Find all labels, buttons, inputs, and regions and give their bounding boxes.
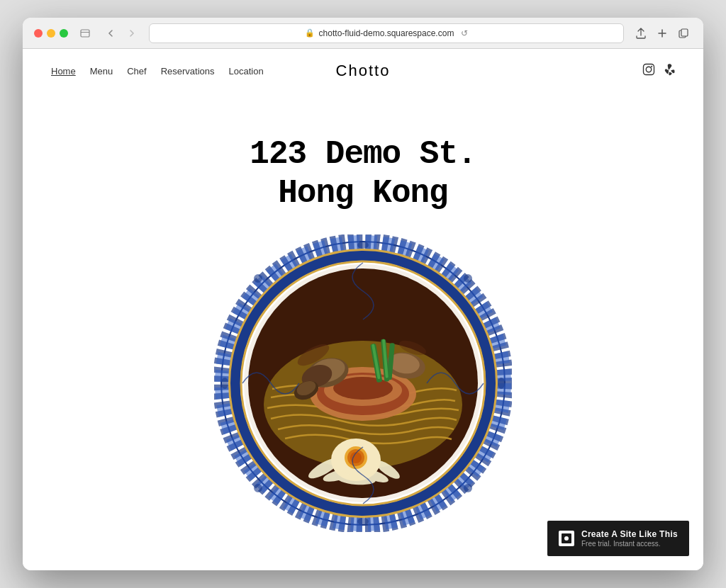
site-header: Home Menu Chef Reservations Location Cho…: [23, 49, 703, 93]
browser-actions: [632, 25, 692, 42]
browser-chrome: 🔒 chotto-fluid-demo.squarespace.com ↺: [23, 18, 703, 49]
url-text: chotto-fluid-demo.squarespace.com: [319, 28, 454, 38]
hero-address-line2: Hong Kong: [250, 174, 476, 213]
svg-point-5: [646, 67, 652, 72]
website-content: Home Menu Chef Reservations Location Cho…: [23, 49, 703, 570]
nav-chef[interactable]: Chef: [127, 66, 146, 77]
svg-rect-3: [681, 29, 688, 36]
duplicate-button[interactable]: [675, 25, 692, 42]
close-button[interactable]: [34, 29, 43, 38]
nav-home[interactable]: Home: [51, 66, 76, 77]
lock-icon: 🔒: [305, 28, 315, 38]
svg-point-49: [498, 378, 505, 389]
svg-point-47: [357, 518, 369, 525]
nav-reservations[interactable]: Reservations: [161, 66, 215, 77]
squarespace-sub-text: Free trial. Instant access.: [581, 540, 678, 548]
ramen-bowl-image: [214, 234, 512, 532]
browser-nav: [102, 25, 140, 42]
svg-rect-0: [81, 30, 89, 37]
hero-text: 123 Demo St. Hong Kong: [221, 93, 504, 242]
traffic-lights: [34, 29, 68, 38]
refresh-icon[interactable]: ↺: [461, 28, 468, 38]
svg-point-6: [652, 67, 652, 67]
site-social: [642, 63, 675, 79]
svg-point-46: [357, 242, 369, 249]
instagram-icon[interactable]: [642, 63, 655, 79]
site-nav: Home Menu Chef Reservations Location: [51, 66, 264, 77]
site-title: Chotto: [336, 62, 391, 80]
nav-location[interactable]: Location: [229, 66, 264, 77]
nav-menu[interactable]: Menu: [90, 66, 113, 77]
site-main: 123 Demo St. Hong Kong: [23, 93, 703, 570]
squarespace-logo-dot: [564, 536, 569, 541]
svg-rect-4: [644, 64, 654, 75]
squarespace-main-text: Create A Site Like This: [581, 529, 678, 539]
address-bar[interactable]: 🔒 chotto-fluid-demo.squarespace.com ↺: [149, 23, 624, 43]
yelp-icon[interactable]: [664, 63, 675, 79]
squarespace-banner-text: Create A Site Like This Free trial. Inst…: [581, 529, 678, 548]
squarespace-banner[interactable]: Create A Site Like This Free trial. Inst…: [547, 521, 689, 556]
back-button[interactable]: [102, 25, 119, 42]
new-tab-button[interactable]: [654, 25, 671, 42]
window-toggle-button[interactable]: [77, 25, 94, 42]
browser-window: 🔒 chotto-fluid-demo.squarespace.com ↺: [23, 18, 703, 570]
squarespace-logo: [559, 531, 574, 546]
squarespace-logo-inner: [562, 533, 571, 543]
share-button[interactable]: [632, 25, 649, 42]
maximize-button[interactable]: [60, 29, 68, 38]
hero-address-line1: 123 Demo St.: [250, 135, 476, 174]
minimize-button[interactable]: [47, 29, 55, 38]
forward-button[interactable]: [123, 25, 140, 42]
svg-point-48: [221, 378, 228, 389]
